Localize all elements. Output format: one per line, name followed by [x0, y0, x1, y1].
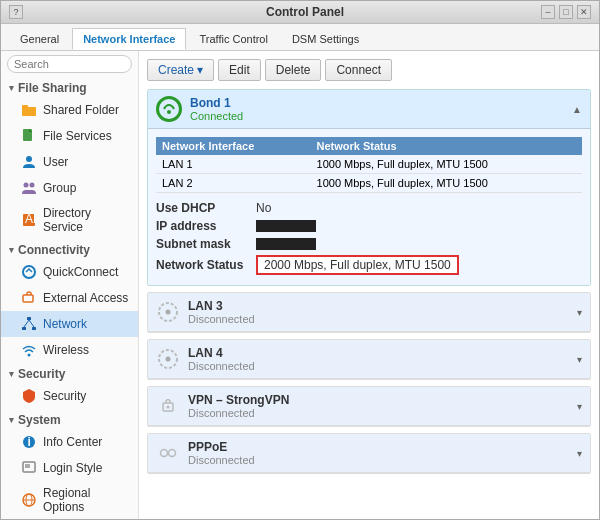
sidebar-item-quickconnect[interactable]: QuickConnect — [1, 259, 138, 285]
chevron-system: ▾ — [9, 415, 14, 425]
svg-point-28 — [166, 310, 171, 315]
tab-traffic-control[interactable]: Traffic Control — [188, 28, 278, 50]
bond1-chevron-icon: ▲ — [572, 104, 582, 115]
sidebar-item-directory-service[interactable]: AD Directory Service — [1, 201, 138, 239]
sidebar-item-security[interactable]: Security — [1, 383, 138, 409]
tab-general[interactable]: General — [9, 28, 70, 50]
lan3-header[interactable]: LAN 3 Disconnected ▾ — [148, 293, 590, 332]
title-bar: ? Control Panel – □ ✕ — [1, 1, 599, 24]
lan3-chevron-icon: ▾ — [577, 307, 582, 318]
toolbar: Create ▾ Edit Delete Connect — [147, 59, 591, 81]
network-item-lan4: LAN 4 Disconnected ▾ — [147, 339, 591, 380]
subnet-mask-row: Subnet mask — [156, 235, 582, 253]
lan1-status: 1000 Mbps, Full duplex, MTU 1500 — [311, 155, 582, 174]
tab-dsm-settings[interactable]: DSM Settings — [281, 28, 370, 50]
chevron-file-sharing: ▾ — [9, 83, 14, 93]
vpn-name: VPN – StrongVPN — [188, 393, 289, 407]
lan4-icon — [156, 347, 180, 371]
svg-rect-0 — [22, 107, 36, 116]
dropdown-arrow-icon: ▾ — [197, 63, 203, 77]
sidebar-item-wireless[interactable]: Wireless — [1, 337, 138, 363]
vpn-status: Disconnected — [188, 407, 289, 419]
col-network-status: Network Status — [311, 137, 582, 155]
search-input[interactable] — [7, 55, 132, 73]
svg-point-9 — [23, 266, 35, 278]
network-icon — [21, 316, 37, 332]
content-area: Create ▾ Edit Delete Connect — [139, 51, 599, 519]
pppoe-icon — [156, 441, 180, 465]
pppoe-status: Disconnected — [188, 454, 255, 466]
use-dhcp-value: No — [256, 201, 271, 215]
lan4-status: Disconnected — [188, 360, 255, 372]
lan3-icon — [156, 300, 180, 324]
close-btn[interactable]: ✕ — [577, 5, 591, 19]
main-area: ▾ File Sharing Shared Folder File Servic… — [1, 51, 599, 519]
chevron-connectivity: ▾ — [9, 245, 14, 255]
sidebar-item-file-services[interactable]: File Services — [1, 123, 138, 149]
svg-point-32 — [167, 406, 170, 409]
bond1-status: Connected — [190, 110, 243, 122]
svg-rect-10 — [23, 295, 33, 302]
security-icon — [21, 388, 37, 404]
create-button[interactable]: Create ▾ — [147, 59, 214, 81]
lan2-name: LAN 2 — [156, 174, 311, 193]
user-icon — [21, 154, 37, 170]
use-dhcp-row: Use DHCP No — [156, 199, 582, 217]
svg-point-6 — [30, 183, 35, 188]
svg-rect-12 — [22, 327, 26, 330]
regional-icon — [21, 492, 37, 508]
network-status-value: 2000 Mbps, Full duplex, MTU 1500 — [256, 255, 459, 275]
sidebar-item-group[interactable]: Group — [1, 175, 138, 201]
group-icon — [21, 180, 37, 196]
sidebar-item-network[interactable]: Network — [1, 311, 138, 337]
svg-rect-13 — [32, 327, 36, 330]
tab-network-interface[interactable]: Network Interface — [72, 28, 186, 50]
pppoe-header[interactable]: PPPoE Disconnected ▾ — [148, 434, 590, 473]
section-file-sharing: ▾ File Sharing — [1, 77, 138, 97]
sidebar-item-user[interactable]: User — [1, 149, 138, 175]
network-item-pppoe: PPPoE Disconnected ▾ — [147, 433, 591, 474]
svg-point-16 — [28, 354, 31, 357]
delete-button[interactable]: Delete — [265, 59, 322, 81]
lan1-name: LAN 1 — [156, 155, 311, 174]
sidebar-search-wrap — [1, 51, 138, 77]
lan2-status: 1000 Mbps, Full duplex, MTU 1500 — [311, 174, 582, 193]
vpn-header[interactable]: VPN – StrongVPN Disconnected ▾ — [148, 387, 590, 426]
vpn-chevron-icon: ▾ — [577, 401, 582, 412]
network-item-lan3: LAN 3 Disconnected ▾ — [147, 292, 591, 333]
sidebar-item-info-center[interactable]: i Info Center — [1, 429, 138, 455]
window-controls: – □ ✕ — [541, 5, 591, 19]
bond1-header[interactable]: Bond 1 Connected ▲ — [148, 90, 590, 129]
sidebar-item-external-access[interactable]: External Access — [1, 285, 138, 311]
col-network-interface: Network Interface — [156, 137, 311, 155]
ip-address-row: IP address — [156, 217, 582, 235]
svg-point-34 — [169, 450, 176, 457]
directory-icon: AD — [21, 212, 37, 228]
section-connectivity: ▾ Connectivity — [1, 239, 138, 259]
tabs-bar: General Network Interface Traffic Contro… — [1, 24, 599, 51]
vpn-icon — [156, 394, 180, 418]
bond1-name: Bond 1 — [190, 96, 243, 110]
sidebar: ▾ File Sharing Shared Folder File Servic… — [1, 51, 139, 519]
folder-icon — [21, 102, 37, 118]
wireless-icon — [21, 342, 37, 358]
subnet-mask-value — [256, 238, 316, 250]
external-access-icon — [21, 290, 37, 306]
sidebar-item-regional-options[interactable]: Regional Options — [1, 481, 138, 519]
edit-button[interactable]: Edit — [218, 59, 261, 81]
lan4-header[interactable]: LAN 4 Disconnected ▾ — [148, 340, 590, 379]
svg-line-14 — [24, 320, 29, 327]
ip-address-label: IP address — [156, 219, 256, 233]
quickconnect-icon — [21, 264, 37, 280]
minimize-btn[interactable]: – — [541, 5, 555, 19]
section-system: ▾ System — [1, 409, 138, 429]
network-item-vpn: VPN – StrongVPN Disconnected ▾ — [147, 386, 591, 427]
svg-point-33 — [161, 450, 168, 457]
sidebar-item-login-style[interactable]: Login Style — [1, 455, 138, 481]
sidebar-item-shared-folder[interactable]: Shared Folder — [1, 97, 138, 123]
connect-button[interactable]: Connect — [325, 59, 392, 81]
svg-point-4 — [26, 156, 32, 162]
login-style-icon — [21, 460, 37, 476]
help-btn[interactable]: ? — [9, 5, 23, 19]
maximize-btn[interactable]: □ — [559, 5, 573, 19]
